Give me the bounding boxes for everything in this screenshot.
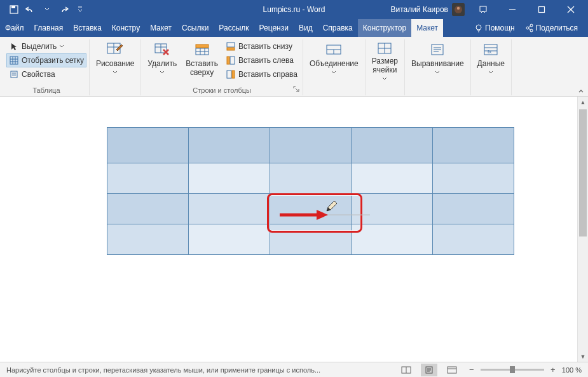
- group-rows-cols-label: Строки и столбцы: [193, 85, 251, 95]
- undo-dropdown[interactable]: [39, 2, 55, 17]
- merge-label: Объединение: [310, 60, 359, 69]
- group-table: Выделить Отобразить сетку Свойства Табли…: [4, 39, 90, 95]
- insert-row-above-icon: [192, 41, 212, 58]
- tell-me-button[interactable]: Помощн: [470, 24, 519, 32]
- merge-button[interactable]: Объединение: [306, 39, 362, 81]
- tab-table-layout[interactable]: Макет: [411, 19, 443, 37]
- qat-customize[interactable]: [72, 2, 88, 17]
- share-label: Поделиться: [536, 24, 578, 32]
- insert-row-below-icon: [226, 41, 236, 51]
- svg-rect-7: [539, 7, 545, 13]
- quick-access-toolbar: [0, 2, 88, 17]
- minimize-button[interactable]: [498, 0, 527, 19]
- group-draw: Рисование: [90, 39, 141, 95]
- tab-insert[interactable]: Вставка: [68, 19, 107, 37]
- status-text: Нарисуйте столбцы и строки, перетаскивая…: [6, 366, 320, 374]
- insert-below-label: Вставить снизу: [238, 42, 292, 51]
- share-icon: [525, 24, 534, 32]
- group-alignment: Выравнивание: [405, 39, 471, 95]
- lightbulb-icon: [474, 24, 483, 32]
- svg-line-16: [528, 26, 530, 27]
- share-button[interactable]: Поделиться: [521, 24, 582, 32]
- scroll-thumb[interactable]: [579, 109, 587, 236]
- view-read-mode[interactable]: [398, 364, 414, 376]
- svg-point-10: [476, 25, 481, 30]
- tab-mailings[interactable]: Рассылк: [214, 19, 254, 37]
- group-table-label: Таблица: [32, 85, 60, 95]
- data-button[interactable]: fx Данные: [474, 39, 509, 81]
- draw-table-icon: [105, 41, 125, 58]
- save-button[interactable]: [6, 2, 22, 17]
- insert-right-button[interactable]: Вставить справа: [223, 67, 300, 81]
- delete-button[interactable]: Удалить: [144, 39, 181, 81]
- tab-table-design[interactable]: Конструктор: [358, 19, 411, 37]
- draw-table-button[interactable]: Рисование: [92, 39, 138, 81]
- scroll-up-button[interactable]: ▲: [578, 97, 588, 107]
- insert-left-button[interactable]: Вставить слева: [223, 53, 300, 67]
- document-table[interactable]: [107, 127, 514, 255]
- group-cell-size: Размер ячейки: [366, 39, 405, 95]
- svg-point-4: [457, 7, 460, 10]
- zoom-slider[interactable]: [481, 369, 544, 371]
- svg-rect-44: [232, 71, 235, 78]
- zoom-out-button[interactable]: −: [467, 365, 477, 375]
- chevron-down-icon: [160, 70, 165, 75]
- insert-below-button[interactable]: Вставить снизу: [223, 39, 300, 53]
- merge-icon: [324, 41, 344, 58]
- alignment-icon: [427, 41, 448, 58]
- tab-help[interactable]: Справка: [318, 19, 358, 37]
- svg-text:fx: fx: [488, 49, 491, 55]
- cell-size-icon: [374, 41, 395, 56]
- data-icon: fx: [481, 41, 501, 58]
- alignment-button[interactable]: Выравнивание: [407, 39, 468, 81]
- tell-me-label: Помощн: [485, 24, 515, 32]
- tab-view[interactable]: Вид: [294, 19, 318, 37]
- user-name[interactable]: Виталий Каиров: [390, 5, 448, 14]
- cell-size-button[interactable]: Размер ячейки: [368, 39, 402, 81]
- svg-rect-43: [227, 71, 231, 78]
- properties-button[interactable]: Свойства: [6, 67, 86, 81]
- maximize-button[interactable]: [527, 0, 556, 19]
- zoom-in-button[interactable]: +: [548, 365, 558, 375]
- zoom-slider-knob[interactable]: [510, 366, 515, 373]
- select-button[interactable]: Выделить: [6, 39, 86, 53]
- view-gridlines-button[interactable]: Отобразить сетку: [6, 53, 86, 67]
- chevron-down-icon: [382, 76, 387, 81]
- svg-rect-42: [227, 57, 229, 64]
- svg-rect-38: [196, 45, 209, 48]
- tab-file[interactable]: Файл: [0, 19, 29, 37]
- zoom-controls: − + 100 %: [467, 365, 582, 375]
- insert-col-left-icon: [226, 55, 236, 65]
- chevron-down-icon: [488, 70, 493, 75]
- group-rows-columns: Удалить Вставить сверху Вставить снизу В…: [141, 39, 303, 95]
- group-merge: Объединение: [303, 39, 366, 95]
- tab-home[interactable]: Главная: [29, 19, 69, 37]
- insert-col-right-icon: [226, 69, 236, 79]
- tab-references[interactable]: Ссылки: [177, 19, 214, 37]
- view-print-layout[interactable]: [421, 364, 437, 376]
- svg-rect-40: [227, 48, 235, 50]
- status-bar: Нарисуйте столбцы и строки, перетаскивая…: [0, 362, 588, 377]
- user-avatar[interactable]: [452, 3, 465, 16]
- insert-above-button[interactable]: Вставить сверху: [182, 39, 222, 81]
- tab-design[interactable]: Констру: [107, 19, 145, 37]
- tab-layout[interactable]: Макет: [145, 19, 177, 37]
- vertical-scrollbar[interactable]: ▲ ▼: [577, 97, 588, 362]
- redo-button[interactable]: [56, 2, 71, 17]
- insert-left-label: Вставить слева: [238, 56, 294, 65]
- ribbon-options-button[interactable]: [468, 0, 498, 19]
- rows-cols-launcher[interactable]: [292, 85, 301, 93]
- scroll-down-button[interactable]: ▼: [578, 351, 588, 362]
- group-data: fx Данные: [471, 39, 512, 95]
- select-label: Выделить: [22, 42, 57, 51]
- chevron-down-icon: [113, 70, 118, 75]
- view-web-layout[interactable]: [444, 364, 460, 376]
- collapse-ribbon-button[interactable]: [578, 88, 584, 95]
- close-button[interactable]: [556, 0, 585, 19]
- insert-right-label: Вставить справа: [238, 70, 297, 79]
- undo-button[interactable]: [23, 2, 38, 17]
- ribbon-tabs: Файл Главная Вставка Констру Макет Ссылк…: [0, 19, 588, 37]
- zoom-value[interactable]: 100 %: [562, 366, 582, 374]
- document-area[interactable]: [0, 97, 588, 362]
- tab-review[interactable]: Рецензи: [254, 19, 294, 37]
